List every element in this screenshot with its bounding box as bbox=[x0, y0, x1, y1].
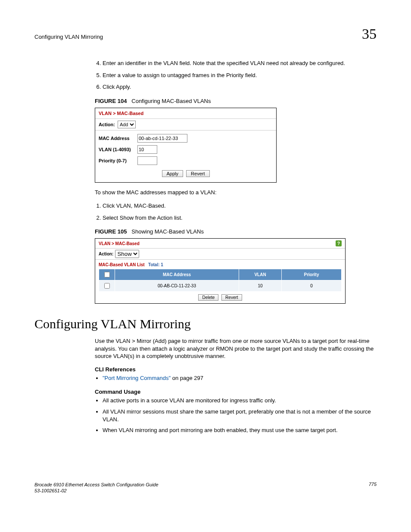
col-vlan: VLAN bbox=[239, 269, 282, 280]
section-heading: Configuring VLAN Mirroring bbox=[34, 317, 377, 331]
figure-title: Showing MAC-Based VLANs bbox=[131, 228, 204, 235]
figure-label: FIGURE 104 bbox=[95, 98, 127, 104]
list-item: All active ports in a source VLAN are mo… bbox=[103, 397, 377, 404]
step: Select Show from the Action list. bbox=[103, 214, 377, 222]
figure-caption-104: FIGURE 104 Configuring MAC-Based VLANs bbox=[95, 98, 377, 104]
col-mac: MAC Address bbox=[115, 269, 239, 280]
cell-priority: 0 bbox=[282, 280, 342, 292]
cell-vlan: 10 bbox=[239, 280, 282, 292]
footer-docnum: 53-1002651-02 bbox=[34, 488, 159, 494]
cell-mac: 00-AB-CD-11-22-33 bbox=[115, 280, 239, 292]
list-item: When VLAN mirroring and port mirroring a… bbox=[103, 426, 377, 434]
col-priority: Priority bbox=[282, 269, 342, 280]
vlan-label: VLAN (1-4093) bbox=[99, 147, 137, 152]
footer-title: Brocade 6910 Ethernet Access Switch Conf… bbox=[34, 482, 159, 488]
apply-button[interactable]: Apply bbox=[162, 170, 184, 177]
action-label: Action: bbox=[99, 122, 115, 127]
body-text: To show the MAC addresses mapped to a VL… bbox=[95, 189, 377, 196]
step: Click VLAN, MAC-Based. bbox=[103, 202, 377, 210]
cli-link-tail: on page 297 bbox=[171, 375, 203, 381]
table-row: 00-AB-CD-11-22-33 10 0 bbox=[99, 280, 342, 292]
priority-label: Priority (0-7) bbox=[99, 158, 137, 163]
select-all-checkbox[interactable] bbox=[104, 272, 110, 277]
step-list-b: Click VLAN, MAC-Based. Select Show from … bbox=[95, 202, 377, 221]
action-label: Action: bbox=[99, 252, 113, 256]
mac-address-input[interactable] bbox=[137, 134, 187, 143]
step-list-a: Enter an identifier in the VLAN field. N… bbox=[95, 59, 377, 91]
step: Click Apply. bbox=[103, 83, 377, 91]
figure-105-panel: VLAN > MAC-Based ? Action: Show MAC-Base… bbox=[95, 238, 346, 304]
list-title: MAC-Based VLAN List bbox=[99, 262, 145, 267]
figure-label: FIGURE 105 bbox=[95, 228, 127, 235]
action-select[interactable]: Show bbox=[115, 250, 139, 258]
chapter-number: 35 bbox=[362, 26, 377, 42]
list-item: "Port Mirroring Commands" on page 297 bbox=[103, 374, 377, 382]
cli-list: "Port Mirroring Commands" on page 297 bbox=[95, 374, 377, 382]
mac-address-label: MAC Address bbox=[99, 136, 137, 141]
command-usage-list: All active ports in a source VLAN are mo… bbox=[95, 397, 377, 434]
revert-button[interactable]: Revert bbox=[186, 170, 209, 177]
running-header: Configuring VLAN Mirroring bbox=[34, 34, 103, 40]
action-select[interactable]: Add bbox=[118, 121, 136, 128]
revert-button[interactable]: Revert bbox=[221, 294, 242, 301]
breadcrumb: VLAN > MAC-Based bbox=[99, 241, 140, 246]
figure-title: Configuring MAC-Based VLANs bbox=[131, 98, 211, 104]
priority-input[interactable] bbox=[137, 156, 157, 165]
mac-vlan-table: MAC Address VLAN Priority 00-AB-CD-11-22… bbox=[99, 269, 342, 292]
step: Enter a value to assign to untagged fram… bbox=[103, 72, 377, 79]
vlan-input[interactable] bbox=[137, 145, 157, 154]
cli-references-header: CLI References bbox=[95, 366, 377, 373]
footer-page: 775 bbox=[369, 482, 377, 494]
list-total: Total: 1 bbox=[148, 262, 163, 267]
help-icon[interactable]: ? bbox=[336, 240, 342, 246]
step: Enter an identifier in the VLAN field. N… bbox=[103, 59, 377, 67]
page-footer: Brocade 6910 Ethernet Access Switch Conf… bbox=[34, 482, 377, 494]
list-item: All VLAN mirror sessions must share the … bbox=[103, 408, 377, 423]
row-checkbox[interactable] bbox=[104, 283, 110, 289]
figure-caption-105: FIGURE 105 Showing MAC-Based VLANs bbox=[95, 228, 377, 235]
figure-104-panel: VLAN > MAC-Based Action: Add MAC Address… bbox=[95, 108, 277, 183]
section-intro: Use the VLAN > Mirror (Add) page to mirr… bbox=[95, 337, 377, 360]
delete-button[interactable]: Delete bbox=[198, 294, 218, 301]
breadcrumb: VLAN > MAC-Based bbox=[95, 108, 276, 119]
command-usage-header: Command Usage bbox=[95, 389, 377, 395]
cli-link[interactable]: "Port Mirroring Commands" bbox=[103, 375, 171, 381]
